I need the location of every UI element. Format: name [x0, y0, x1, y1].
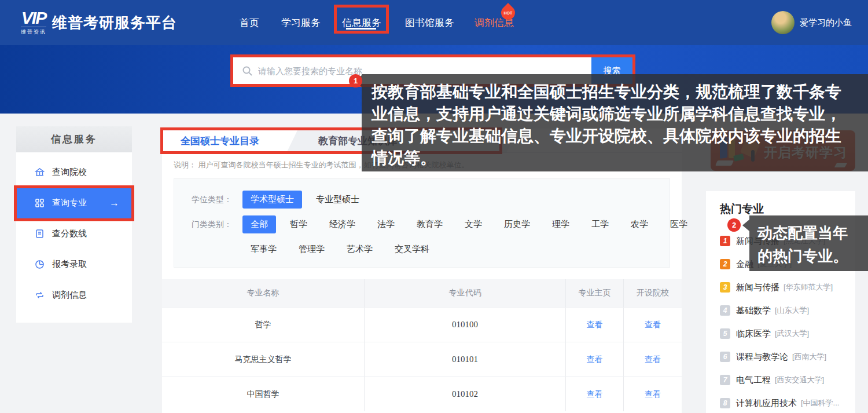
- swap-arrows-icon: [35, 290, 45, 300]
- tab-national-master-catalog[interactable]: 全国硕士专业目录: [162, 129, 278, 153]
- table-row: 中国哲学 010102 查看 查看: [162, 377, 682, 411]
- view-schools-link[interactable]: 查看: [645, 320, 661, 330]
- rank-badge: 5: [720, 328, 730, 339]
- filter-chip-history[interactable]: 历史学: [496, 215, 538, 233]
- filter-chip-art[interactable]: 艺术学: [339, 240, 381, 258]
- sidebar-item-admission[interactable]: 报考录取: [16, 249, 132, 280]
- sidebar-item-adjustment-info[interactable]: 调剂信息: [16, 280, 132, 310]
- col-header-major-name: 专业名称: [162, 279, 365, 307]
- view-schools-link[interactable]: 查看: [645, 389, 661, 400]
- col-header-major-code: 专业代码: [365, 279, 566, 307]
- sidebar-item-label: 查分数线: [52, 228, 87, 239]
- site-title: 维普考研服务平台: [52, 13, 177, 33]
- vip-logo-icon: VIP 维普资讯: [21, 9, 46, 36]
- filter-chip-all[interactable]: 全部: [242, 215, 276, 233]
- major-code-cell: 010100: [365, 308, 566, 342]
- col-header-major-homepage: 专业主页: [566, 279, 624, 307]
- hot-major-item[interactable]: 8 计算机应用技术 [中国科学...: [706, 392, 855, 413]
- rank-badge: 2: [720, 259, 730, 269]
- filter-chip-interdisciplinary[interactable]: 交叉学科: [387, 240, 437, 258]
- view-homepage-link[interactable]: 查看: [587, 389, 603, 400]
- col-header-offering-schools: 开设院校: [624, 279, 682, 307]
- filter-chip-science[interactable]: 理学: [544, 215, 578, 233]
- rank-badge: 1: [720, 236, 730, 246]
- major-code-cell: 010102: [365, 377, 566, 411]
- logo-vip-text: VIP: [21, 9, 46, 27]
- user-avatar[interactable]: [771, 11, 795, 34]
- filter-chip-engineering[interactable]: 工学: [583, 215, 617, 233]
- view-schools-link[interactable]: 查看: [645, 354, 661, 365]
- sidebar-item-query-schools[interactable]: 查询院校: [16, 157, 132, 188]
- table-row: 马克思主义哲学 010101 查看 查看: [162, 342, 682, 377]
- callout-note-2: 动态配置当年的热门专业。: [749, 215, 868, 271]
- hot-major-item[interactable]: 5 临床医学 [武汉大学]: [706, 322, 855, 345]
- hot-major-name: 计算机应用技术: [736, 398, 797, 409]
- hot-major-school: [西南大学]: [792, 352, 826, 362]
- top-navbar: VIP 维普资讯 维普考研服务平台 首页 学习服务 信息服务 图书馆服务 调剂信…: [0, 0, 868, 45]
- view-homepage-link[interactable]: 查看: [587, 354, 603, 365]
- filter-chip-academic-master[interactable]: 学术型硕士: [242, 191, 302, 209]
- nav-item-home[interactable]: 首页: [240, 0, 259, 45]
- hot-major-name: 基础数学: [736, 305, 771, 316]
- grid-icon: [35, 198, 45, 208]
- view-homepage-link[interactable]: 查看: [587, 320, 603, 330]
- table-row: 哲学 010100 查看 查看: [162, 307, 682, 342]
- left-sidebar: 信息服务 查询院校 查询专业 → 查分数线 报考录取: [16, 126, 132, 323]
- callout-arrow: [742, 220, 749, 231]
- table-header-row: 专业名称 专业代码 专业主页 开设院校: [162, 279, 682, 307]
- hot-major-item[interactable]: 4 基础数学 [山东大学]: [706, 299, 855, 322]
- hot-major-school: [华东师范大学]: [784, 282, 833, 293]
- hot-major-item[interactable]: 6 课程与教学论 [西南大学]: [706, 345, 855, 368]
- filter-panel: 学位类型： 学术型硕士 专业型硕士 门类类别： 全部 哲学 经济学 法学 教育学…: [174, 178, 670, 268]
- sidebar-item-label: 查询院校: [52, 167, 87, 178]
- hot-major-name: 新闻与传播: [736, 282, 779, 293]
- nav-item-study-services[interactable]: 学习服务: [281, 0, 321, 45]
- hot-major-name: 电气工程: [736, 375, 771, 386]
- hot-major-name: 临床医学: [736, 328, 771, 339]
- filter-chip-law[interactable]: 法学: [369, 215, 403, 233]
- sidebar-item-query-majors[interactable]: 查询专业 →: [16, 188, 132, 218]
- hot-major-school: [山东大学]: [775, 305, 809, 316]
- sidebar-item-label: 查询专业: [52, 198, 87, 209]
- sidebar-item-query-scores[interactable]: 查分数线: [16, 218, 132, 249]
- filter-chip-professional-master[interactable]: 专业型硕士: [308, 191, 367, 209]
- filter-chip-education[interactable]: 教育学: [409, 215, 451, 233]
- filter-chip-military[interactable]: 军事学: [242, 240, 285, 258]
- filter-chip-medicine[interactable]: 医学: [662, 215, 696, 233]
- hot-major-name: 课程与教学论: [736, 352, 788, 363]
- filter-chip-literature[interactable]: 文学: [457, 215, 490, 233]
- nav-item-info-services[interactable]: 信息服务: [342, 0, 381, 45]
- rank-badge: 8: [720, 398, 730, 408]
- rank-badge: 4: [720, 305, 730, 316]
- degree-filter-row: 学位类型： 学术型硕士 专业型硕士: [192, 191, 670, 209]
- filter-chip-philosophy[interactable]: 哲学: [282, 215, 315, 233]
- rank-badge: 3: [720, 282, 730, 293]
- callout-badge-1: 1: [349, 74, 362, 87]
- hot-majors-title: 热门专业: [720, 202, 855, 217]
- major-name-cell: 中国哲学: [162, 377, 365, 411]
- hot-major-school: [西安交通大学]: [775, 375, 824, 385]
- major-name-cell: 哲学: [162, 308, 365, 342]
- rank-badge: 6: [720, 352, 730, 362]
- category-filter-row-2: 军事学 管理学 艺术学 交叉学科: [192, 240, 670, 258]
- degree-filter-label: 学位类型：: [192, 195, 237, 205]
- sidebar-title: 信息服务: [16, 126, 132, 152]
- category-filter-row-1: 门类类别： 全部 哲学 经济学 法学 教育学 文学 历史学 理学 工学 农学 医…: [192, 215, 670, 233]
- filter-chip-economics[interactable]: 经济学: [321, 215, 363, 233]
- filter-chip-management[interactable]: 管理学: [290, 240, 333, 258]
- filter-chip-agriculture[interactable]: 农学: [623, 215, 656, 233]
- hot-major-item[interactable]: 7 电气工程 [西安交通大学]: [706, 368, 855, 392]
- arrow-right-icon: →: [109, 198, 119, 209]
- major-name-cell: 马克思主义哲学: [162, 342, 365, 377]
- rank-badge: 7: [720, 375, 730, 385]
- hot-major-item[interactable]: 3 新闻与传播 [华东师范大学]: [706, 276, 855, 299]
- nav-item-library-services[interactable]: 图书馆服务: [405, 0, 454, 45]
- major-code-cell: 010101: [365, 342, 566, 377]
- site-logo[interactable]: VIP 维普资讯 维普考研服务平台: [21, 6, 177, 39]
- school-icon: [35, 167, 45, 177]
- sidebar-menu: 查询院校 查询专业 → 查分数线 报考录取 调剂信息: [16, 152, 132, 310]
- active-nav-underline: [346, 28, 376, 30]
- callout-note-1: 按教育部基础专业和全国硕士招生专业分类，规范梳理了数千条专业信息，支持用户通过关…: [362, 74, 868, 171]
- hot-major-school: [中国科学...: [801, 398, 839, 408]
- category-filter-label: 门类类别：: [192, 220, 237, 230]
